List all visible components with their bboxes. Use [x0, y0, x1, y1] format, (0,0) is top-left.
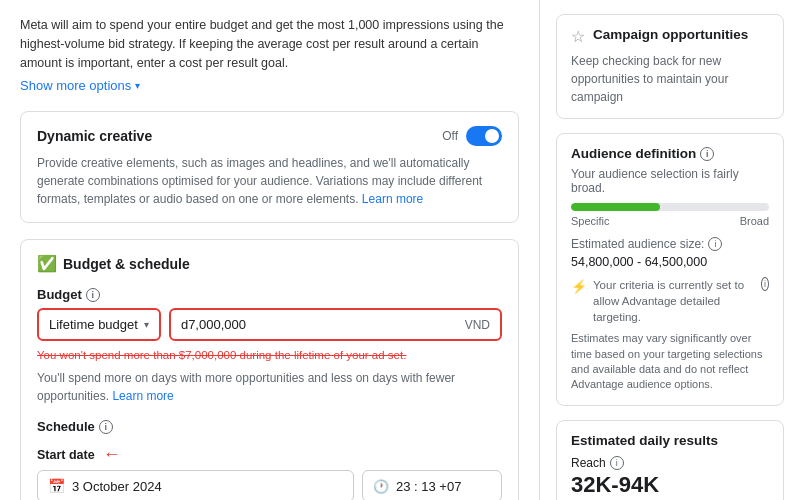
- show-more-link[interactable]: Show more options ▾: [20, 78, 140, 93]
- audience-def-title-text: Audience definition: [571, 146, 696, 161]
- reach-label-text: Reach: [571, 456, 606, 470]
- advantage-info-icon[interactable]: i: [761, 277, 769, 291]
- start-date-inputs: 📅 3 October 2024 🕐 23 : 13 +07: [37, 470, 502, 500]
- start-time-value: 23 : 13 +07: [396, 479, 461, 494]
- estimates-text: Estimates may vary significantly over ti…: [571, 331, 769, 393]
- reach-value: 32K-94K: [571, 472, 769, 498]
- audience-size-label: Estimated audience size: i: [571, 237, 769, 251]
- budget-type-select[interactable]: Lifetime budget ▾: [37, 308, 161, 341]
- audience-info-icon[interactable]: i: [700, 147, 714, 161]
- schedule-label: Schedule i: [37, 419, 502, 434]
- clock-icon: 🕐: [373, 479, 389, 494]
- audience-meter-bar: [571, 203, 769, 211]
- campaign-opportunities-section: ☆ Campaign opportunities Keep checking b…: [556, 14, 784, 119]
- broad-label: Broad: [740, 215, 769, 227]
- start-time-input[interactable]: 🕐 23 : 13 +07: [362, 470, 502, 500]
- reach-label: Reach i: [571, 456, 769, 470]
- budget-schedule-title: Budget & schedule: [63, 256, 190, 272]
- schedule-info-icon[interactable]: i: [99, 420, 113, 434]
- audience-size-label-text: Estimated audience size:: [571, 237, 704, 251]
- campaign-opps-desc: Keep checking back for new opportunities…: [571, 52, 769, 106]
- audience-size-info-icon[interactable]: i: [708, 237, 722, 251]
- chevron-down-icon: ▾: [144, 319, 149, 330]
- audience-size-value: 54,800,000 - 64,500,000: [571, 255, 769, 269]
- reach-info-icon[interactable]: i: [610, 456, 624, 470]
- currency-label: VND: [465, 318, 490, 332]
- schedule-label-text: Schedule: [37, 419, 95, 434]
- budget-row: Lifetime budget ▾ VND: [37, 308, 502, 341]
- right-panel: ☆ Campaign opportunities Keep checking b…: [540, 0, 800, 500]
- left-panel: Meta will aim to spend your entire budge…: [0, 0, 540, 500]
- budget-learn-more[interactable]: Learn more: [112, 389, 173, 403]
- audience-desc: Your audience selection is fairly broad.: [571, 167, 769, 195]
- dynamic-creative-learn-more[interactable]: Learn more: [362, 192, 423, 206]
- budget-section-header: ✅ Budget & schedule: [37, 254, 502, 273]
- campaign-opps-title: Campaign opportunities: [593, 27, 748, 42]
- star-icon: ☆: [571, 27, 585, 46]
- budget-description: You'll spend more on days with more oppo…: [37, 369, 502, 405]
- audience-def-title: Audience definition i: [571, 146, 769, 161]
- budget-desc-text: You'll spend more on days with more oppo…: [37, 371, 455, 403]
- estimated-results-section: Estimated daily results Reach i 32K-94K …: [556, 420, 784, 500]
- show-more-label: Show more options: [20, 78, 131, 93]
- start-date-label-text: Start date: [37, 448, 95, 462]
- start-date-row: Start date ← 📅 3 October 2024 🕐 23 : 13 …: [37, 444, 502, 500]
- budget-label-text: Budget: [37, 287, 82, 302]
- advantage-text: ⚡ Your criteria is currently set to allo…: [571, 277, 769, 325]
- start-date-label: Start date ←: [37, 444, 502, 465]
- budget-type-label: Lifetime budget: [49, 317, 138, 332]
- calendar-icon: 📅: [48, 478, 65, 494]
- start-date-arrow-icon: ←: [103, 444, 121, 465]
- toggle-container: Off: [442, 126, 502, 146]
- budget-input[interactable]: [181, 317, 457, 332]
- audience-meter-fill: [571, 203, 660, 211]
- budget-error-text: You won't spend more than $7,000,000 dur…: [37, 347, 502, 363]
- lightning-icon: ⚡: [571, 278, 587, 296]
- toggle-label: Off: [442, 129, 458, 143]
- estimated-results-title: Estimated daily results: [571, 433, 769, 448]
- audience-definition-section: Audience definition i Your audience sele…: [556, 133, 784, 406]
- budget-info-icon[interactable]: i: [86, 288, 100, 302]
- audience-meter-labels: Specific Broad: [571, 215, 769, 227]
- dynamic-creative-header: Dynamic creative Off: [37, 126, 502, 146]
- dynamic-creative-title: Dynamic creative: [37, 128, 152, 144]
- start-date-value: 3 October 2024: [72, 479, 162, 494]
- check-circle-icon: ✅: [37, 254, 57, 273]
- budget-input-wrapper: VND: [169, 308, 502, 341]
- specific-label: Specific: [571, 215, 610, 227]
- budget-schedule-section: ✅ Budget & schedule Budget i Lifetime bu…: [20, 239, 519, 500]
- start-date-input[interactable]: 📅 3 October 2024: [37, 470, 354, 500]
- chevron-down-icon: ▾: [135, 80, 140, 91]
- budget-field-label: Budget i: [37, 287, 502, 302]
- campaign-opps-header: ☆ Campaign opportunities: [571, 27, 769, 46]
- meta-description: Meta will aim to spend your entire budge…: [20, 16, 519, 72]
- dynamic-creative-toggle[interactable]: [466, 126, 502, 146]
- dynamic-creative-desc: Provide creative elements, such as image…: [37, 154, 502, 208]
- dynamic-creative-section: Dynamic creative Off Provide creative el…: [20, 111, 519, 223]
- advantage-desc: Your criteria is currently set to allow …: [593, 277, 755, 325]
